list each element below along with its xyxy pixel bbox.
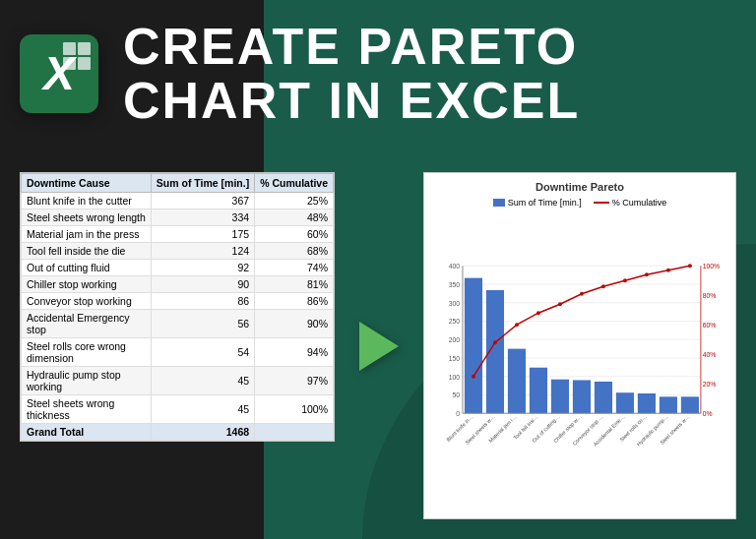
table-row: Out of cutting fluid 92 74% — [22, 260, 334, 276]
col-header-pct: % Cumulative — [255, 174, 334, 193]
cell-pct: 25% — [255, 193, 334, 210]
table-row: Conveyor stop working 86 86% — [22, 293, 334, 310]
cell-pct: 100% — [255, 395, 334, 424]
cell-cause: Chiller stop working — [22, 276, 152, 293]
col-header-time: Sum of Time [min.] — [151, 174, 254, 193]
svg-text:40%: 40% — [703, 351, 717, 358]
cell-cause: Material jam in the press — [22, 226, 152, 243]
page-title: CREATE PARETO CHART IN EXCEL — [123, 20, 580, 127]
cell-time: 175 — [151, 226, 254, 243]
footer-pct — [255, 424, 334, 441]
bar-3 — [530, 368, 547, 414]
cell-cause: Blunt knife in the cutter — [22, 193, 152, 210]
table-row: Tool fell inside the die 124 68% — [22, 243, 334, 260]
svg-text:50: 50 — [453, 391, 461, 398]
cell-time: 334 — [151, 210, 254, 226]
cell-cause: Steel sheets wrong thickness — [22, 395, 152, 424]
svg-text:20%: 20% — [703, 381, 717, 388]
excel-logo-grid — [63, 42, 91, 70]
legend-bar-label: Sum of Time [min.] — [508, 198, 582, 208]
cell-time: 92 — [151, 260, 254, 276]
legend-line-icon — [594, 202, 609, 204]
bar-8 — [638, 393, 656, 413]
table-row: Steel sheets wrong thickness 45 100% — [22, 395, 334, 424]
cell-time: 90 — [151, 276, 254, 293]
table-row: Chiller stop working 90 81% — [22, 276, 334, 293]
downtime-table: Downtime Cause Sum of Time [min.] % Cumu… — [21, 173, 334, 441]
table-row: Steel sheets wrong length 334 48% — [22, 210, 334, 226]
svg-text:250: 250 — [449, 318, 461, 325]
cell-pct: 74% — [255, 260, 334, 276]
cell-pct: 60% — [255, 226, 334, 243]
table-footer-row: Grand Total 1468 — [22, 424, 334, 441]
footer-label: Grand Total — [22, 424, 152, 441]
right-arrow-icon — [359, 322, 399, 371]
table-row: Steel rolls core wrong dimension 54 94% — [22, 338, 334, 367]
cell-cause: Accidental Emergency stop — [22, 310, 152, 338]
chart-title: Downtime Pareto — [432, 181, 727, 193]
cell-pct: 94% — [255, 338, 334, 367]
table-row: Hydraulic pump stop working 45 97% — [22, 367, 334, 395]
cell-time: 86 — [151, 293, 254, 310]
cell-cause: Tool fell inside the die — [22, 243, 152, 260]
svg-text:300: 300 — [449, 300, 461, 307]
svg-text:0: 0 — [456, 410, 460, 417]
svg-text:100: 100 — [449, 374, 461, 381]
cell-cause: Steel sheets wrong length — [22, 210, 152, 226]
bar-10 — [681, 396, 699, 413]
excel-logo — [20, 34, 98, 113]
svg-text:150: 150 — [449, 355, 461, 362]
cell-time: 45 — [151, 395, 254, 424]
table-row: Blunt knife in the cutter 367 25% — [22, 193, 334, 210]
bar-2 — [508, 349, 526, 414]
main-content: Downtime Cause Sum of Time [min.] % Cumu… — [20, 172, 736, 519]
svg-text:350: 350 — [449, 281, 461, 288]
cell-cause: Steel rolls core wrong dimension — [22, 338, 152, 367]
arrow-container — [354, 172, 404, 519]
chart-svg-area: 0501001502002503003504000%20%40%60%80%10… — [432, 211, 727, 510]
bar-7 — [616, 392, 634, 413]
table-row: Material jam in the press 175 60% — [22, 226, 334, 243]
cell-pct: 86% — [255, 293, 334, 310]
svg-text:400: 400 — [449, 263, 461, 270]
legend-line: % Cumulative — [594, 198, 667, 208]
bar-5 — [573, 380, 591, 413]
legend-bar-icon — [493, 199, 505, 207]
svg-text:0%: 0% — [703, 410, 713, 417]
title-block: CREATE PARETO CHART IN EXCEL — [123, 20, 580, 127]
cell-cause: Out of cutting fluid — [22, 260, 152, 276]
cell-cause: Conveyor stop working — [22, 293, 152, 310]
excel-table-container: Downtime Cause Sum of Time [min.] % Cumu… — [20, 172, 335, 442]
cell-pct: 68% — [255, 243, 334, 260]
col-header-cause: Downtime Cause — [22, 174, 152, 193]
svg-text:100%: 100% — [703, 263, 720, 270]
cell-time: 56 — [151, 310, 254, 338]
cell-cause: Hydraulic pump stop working — [22, 367, 152, 395]
svg-text:80%: 80% — [703, 292, 717, 299]
footer-total: 1468 — [151, 424, 254, 441]
cell-pct: 81% — [255, 276, 334, 293]
table-row: Accidental Emergency stop 56 90% — [22, 310, 334, 338]
svg-text:60%: 60% — [703, 322, 717, 329]
cell-time: 45 — [151, 367, 254, 395]
cell-time: 54 — [151, 338, 254, 367]
bar-9 — [660, 396, 677, 413]
legend-bar: Sum of Time [min.] — [493, 198, 582, 208]
bar-0 — [465, 278, 482, 414]
bar-4 — [551, 380, 569, 413]
pareto-chart-svg: 0501001502002503003504000%20%40%60%80%10… — [432, 211, 727, 510]
cell-pct: 48% — [255, 210, 334, 226]
chart-container: Downtime Pareto Sum of Time [min.] % Cum… — [423, 172, 736, 519]
cell-time: 124 — [151, 243, 254, 260]
legend-line-label: % Cumulative — [612, 198, 667, 208]
cell-pct: 90% — [255, 310, 334, 338]
bar-6 — [595, 382, 612, 413]
cell-pct: 97% — [255, 367, 334, 395]
svg-text:200: 200 — [449, 336, 461, 343]
cell-time: 367 — [151, 193, 254, 210]
chart-legend: Sum of Time [min.] % Cumulative — [432, 198, 727, 208]
header: CREATE PARETO CHART IN EXCEL — [20, 20, 736, 127]
